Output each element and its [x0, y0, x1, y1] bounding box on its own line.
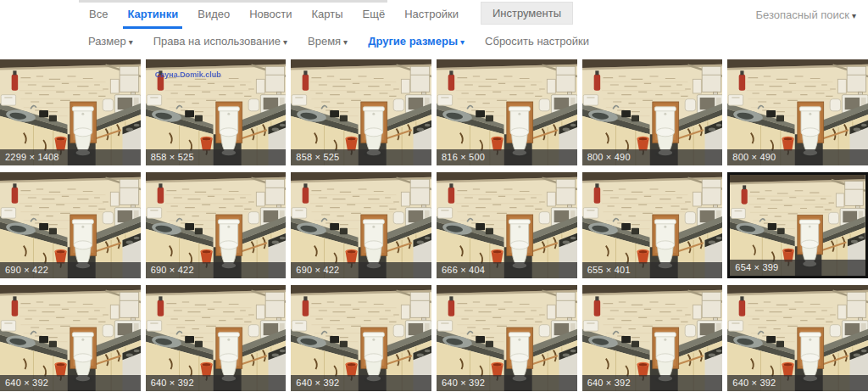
filter-size[interactable]: Размер▾ — [88, 35, 133, 48]
results-tab-bar: ВсеКартинкиВидеоНовостиКартыЕщёНастройки… — [0, 0, 868, 29]
tools-button[interactable]: Инструменты — [481, 2, 573, 25]
filter-label: Время — [308, 35, 341, 48]
image-size-label: 640 × 392 — [291, 375, 431, 391]
image-result[interactable]: 690 × 422 — [146, 172, 287, 278]
image-result[interactable]: 640 × 392 — [146, 285, 287, 391]
search-box-bottom-edge — [79, 0, 387, 3]
image-results-grid: 2299 × 1408 Сауна.Domik.club 858 × 525 8… — [0, 59, 868, 391]
tab-video[interactable]: Видео — [193, 8, 234, 29]
image-result[interactable]: 690 × 422 — [291, 172, 431, 278]
image-result[interactable]: 800 × 490 — [727, 59, 868, 165]
image-size-label: 654 × 399 — [730, 260, 865, 276]
image-size-label: 640 × 392 — [582, 375, 723, 391]
filter-label: Права на использование — [153, 35, 281, 48]
image-result[interactable]: 655 × 401 — [582, 172, 723, 278]
caret-down-icon: ▾ — [129, 37, 133, 47]
image-result[interactable]: 640 × 392 — [0, 285, 141, 391]
image-result[interactable]: 640 × 392 — [291, 285, 431, 391]
caret-down-icon: ▾ — [460, 37, 465, 47]
filter-reset[interactable]: Сбросить настройки — [485, 35, 589, 48]
image-size-label: 2299 × 1408 — [0, 149, 141, 165]
filter-label: Другие размеры — [368, 35, 458, 48]
image-size-label: 800 × 490 — [727, 149, 868, 165]
image-size-label: 655 × 401 — [582, 262, 723, 278]
image-size-label: 690 × 422 — [291, 262, 431, 278]
filter-usage-rights[interactable]: Права на использование▾ — [153, 35, 287, 48]
tab-maps[interactable]: Карты — [308, 8, 348, 29]
image-size-label: 640 × 392 — [437, 375, 577, 391]
image-size-label: 858 × 525 — [291, 149, 431, 165]
filter-label: Размер — [88, 35, 126, 48]
search-filter-bar: Размер▾Права на использование▾Время▾Друг… — [0, 29, 868, 53]
image-result[interactable]: 690 × 422 — [0, 172, 141, 278]
image-size-label: 690 × 422 — [0, 262, 141, 278]
image-result[interactable]: 816 × 500 — [437, 59, 577, 165]
image-size-label: 640 × 392 — [146, 375, 287, 391]
caret-down-icon: ▾ — [852, 11, 856, 20]
filter-other-sizes[interactable]: Другие размеры▾ — [368, 35, 465, 48]
filter-time[interactable]: Время▾ — [308, 35, 348, 48]
image-size-label: 640 × 392 — [727, 375, 868, 391]
image-watermark: Сауна.Domik.club — [155, 70, 221, 79]
image-result[interactable]: 666 × 404 — [437, 172, 577, 278]
tab-images[interactable]: Картинки — [123, 8, 182, 29]
caret-down-icon: ▾ — [343, 37, 348, 47]
image-result[interactable]: Сауна.Domik.club 858 × 525 — [146, 59, 287, 165]
safe-search-label: Безопасный поиск — [756, 8, 849, 21]
tab-news[interactable]: Новости — [245, 8, 296, 29]
tab-all[interactable]: Все — [85, 8, 112, 29]
image-size-label: 690 × 422 — [146, 262, 287, 278]
image-result[interactable]: 640 × 392 — [437, 285, 577, 391]
caret-down-icon: ▾ — [283, 37, 287, 47]
tab-more[interactable]: Ещё — [359, 8, 390, 29]
image-size-label: 858 × 525 — [146, 149, 287, 165]
filter-label: Сбросить настройки — [485, 35, 589, 48]
image-size-label: 800 × 490 — [582, 149, 723, 165]
image-result[interactable]: 2299 × 1408 — [0, 59, 141, 165]
image-result[interactable]: 858 × 525 — [291, 59, 431, 165]
image-size-label: 666 × 404 — [437, 262, 577, 278]
image-result[interactable]: 800 × 490 — [582, 59, 723, 165]
image-result[interactable]: 640 × 392 — [582, 285, 723, 391]
image-size-label: 640 × 392 — [0, 375, 141, 391]
image-size-label: 816 × 500 — [437, 149, 577, 165]
image-result[interactable]: 640 × 392 — [727, 285, 868, 391]
safe-search-menu[interactable]: Безопасный поиск▾ — [756, 8, 856, 21]
tab-settings[interactable]: Настройки — [400, 8, 463, 29]
image-result[interactable]: 654 × 399 — [727, 172, 868, 278]
tab-list: ВсеКартинкиВидеоНовостиКартыЕщёНастройки — [85, 8, 474, 29]
